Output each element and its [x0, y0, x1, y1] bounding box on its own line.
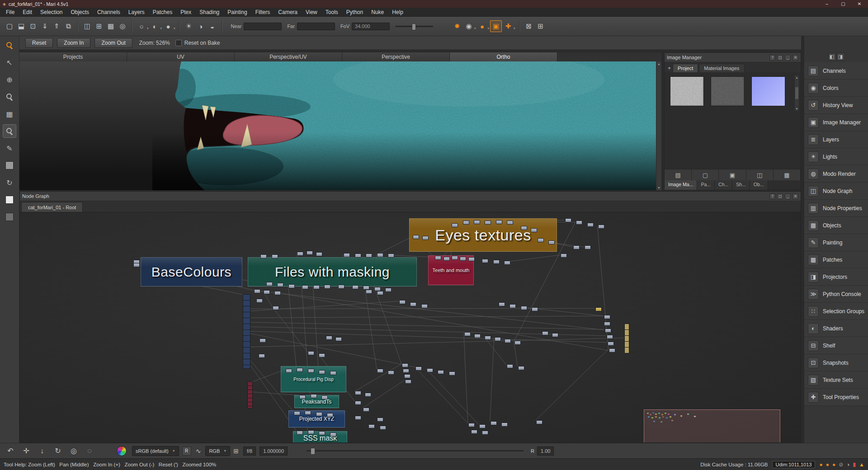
float-icon[interactable]: ◻ [777, 55, 783, 61]
add-image-button[interactable]: + [666, 65, 673, 71]
graph-node[interactable] [403, 369, 409, 373]
graph-node[interactable] [491, 421, 497, 425]
graph-node[interactable] [299, 395, 306, 399]
palette-item-colors[interactable]: ◉Colors [804, 80, 868, 97]
graph-node[interactable] [521, 306, 527, 310]
menu-python[interactable]: Python [342, 8, 367, 16]
palette-item-selection-groups[interactable]: ∷Selection Groups [804, 303, 868, 320]
graph-node[interactable] [294, 411, 300, 415]
menu-camera[interactable]: Camera [274, 8, 302, 16]
chevron-down-icon[interactable]: ▾ [174, 27, 175, 30]
graph-node[interactable] [366, 290, 372, 294]
viewport-tab-projects[interactable]: Projects [19, 52, 127, 61]
menu-shading[interactable]: Shading [195, 8, 223, 16]
fov-slider-handle[interactable] [412, 24, 416, 30]
graph-node[interactable] [518, 366, 524, 370]
image-manager-tab-material-images[interactable]: Material Images [699, 64, 744, 72]
graph-node[interactable] [595, 307, 602, 311]
graph-node[interactable] [468, 423, 475, 427]
graph-node[interactable] [405, 380, 411, 384]
image-manager-dock-icon[interactable]: ▤ [665, 169, 692, 180]
graph-node[interactable] [388, 371, 394, 375]
transform-paint-icon[interactable]: ✛ [20, 445, 32, 457]
full-shading-icon[interactable]: ● [163, 21, 174, 32]
graph-node[interactable] [307, 251, 313, 255]
graph-node[interactable] [380, 426, 386, 430]
paint-through-eye-icon[interactable]: ◉ [463, 21, 474, 32]
scroll-up-icon[interactable]: ▲ [795, 76, 798, 79]
rotate-paint-icon[interactable]: ↻ [52, 445, 64, 457]
close-button[interactable]: ✕ [856, 1, 863, 6]
node-stack-1[interactable] [243, 294, 250, 369]
graph-node[interactable] [471, 430, 477, 434]
graph-node[interactable] [399, 300, 406, 304]
graph-node[interactable] [415, 367, 422, 371]
menu-patches[interactable]: Patches [149, 8, 176, 16]
add-paint-icon[interactable]: ✚ [503, 21, 514, 32]
graph-node[interactable] [404, 374, 410, 378]
chevron-down-icon[interactable]: ▾ [514, 27, 515, 30]
graph-node[interactable] [474, 220, 480, 224]
palette-item-python-console[interactable]: ≫Python Console [804, 286, 868, 303]
graph-node[interactable] [388, 254, 394, 258]
chevron-down-icon[interactable]: ▾ [474, 27, 476, 30]
scrollbar-thumb[interactable] [795, 87, 798, 99]
dock-tab-sh[interactable]: Sh... [732, 180, 750, 190]
dock-tab-pa[interactable]: Pa... [697, 180, 715, 190]
layout-icons[interactable]: ◧◨ [804, 51, 868, 62]
graph-node[interactable] [288, 284, 295, 288]
graph-node[interactable] [479, 424, 486, 428]
graph-node[interactable] [355, 416, 361, 420]
pivot-icon[interactable]: ◎ [68, 445, 80, 457]
zoom-in-button[interactable]: Zoom In [57, 38, 90, 48]
graph-node[interactable] [324, 285, 330, 289]
graph-node[interactable] [352, 285, 359, 289]
palette-item-shaders[interactable]: ◐Shaders [804, 320, 868, 337]
viewport-scrollbar[interactable]: ▲ ▼ [656, 61, 661, 190]
graph-node[interactable] [344, 253, 350, 257]
graph-node[interactable] [260, 254, 267, 258]
graph-node[interactable] [133, 263, 140, 267]
menu-edit[interactable]: Edit [19, 8, 36, 16]
menu-view[interactable]: View [302, 8, 321, 16]
shaders-dock-icon[interactable]: ◫ [746, 169, 774, 180]
graph-node[interactable] [482, 259, 488, 263]
layout-icon-2[interactable]: ◨ [837, 53, 844, 61]
graph-node[interactable] [311, 394, 317, 398]
graph-node[interactable] [468, 257, 475, 261]
palette-item-node-graph[interactable]: ◫Node Graph [804, 183, 868, 200]
paint-blast-icon[interactable]: ✹ [452, 21, 462, 32]
objects-dock-icon[interactable]: ▦ [774, 169, 801, 180]
graph-node[interactable] [274, 291, 281, 295]
palette-item-objects[interactable]: ▦Objects [804, 217, 868, 234]
node-stack-2[interactable] [247, 381, 253, 409]
graph-node[interactable] [319, 353, 325, 357]
marquee-select-tool[interactable]: ⊕ [3, 73, 16, 86]
minimize-button[interactable]: – [824, 1, 830, 6]
palette-item-image-manager[interactable]: ▣Image Manager [804, 114, 868, 131]
graph-node[interactable] [521, 226, 527, 230]
help-icon[interactable]: ? [769, 55, 775, 61]
graph-node[interactable] [410, 302, 416, 306]
image-thumbnail-3[interactable] [751, 76, 785, 106]
falloff-icon[interactable]: ◌ [84, 445, 95, 457]
graph-node[interactable] [499, 302, 505, 306]
grid-view-icon[interactable]: ▦ [105, 21, 116, 32]
gain-reset-label[interactable]: R [531, 448, 534, 454]
chevron-down-icon[interactable]: ▾ [488, 27, 490, 30]
dark-swatch[interactable] [3, 210, 16, 224]
menu-filters[interactable]: Filters [251, 8, 274, 16]
palette-item-projectors[interactable]: ◨Projectors [804, 268, 868, 286]
graph-node[interactable] [402, 363, 408, 367]
white-swatch[interactable] [3, 193, 16, 207]
minimize-icon[interactable]: _ [785, 55, 791, 61]
graph-node[interactable] [463, 221, 469, 225]
dock-tab-ob[interactable]: Ob... [750, 180, 768, 190]
graph-node[interactable] [377, 253, 383, 257]
graph-node[interactable] [363, 286, 369, 290]
menu-painting[interactable]: Painting [223, 8, 251, 16]
save-project-icon[interactable]: ⊡ [28, 21, 38, 32]
graph-node[interactable] [421, 304, 428, 308]
viewport-tab-perspective[interactable]: Perspective [342, 52, 450, 61]
graph-node[interactable] [485, 336, 491, 340]
